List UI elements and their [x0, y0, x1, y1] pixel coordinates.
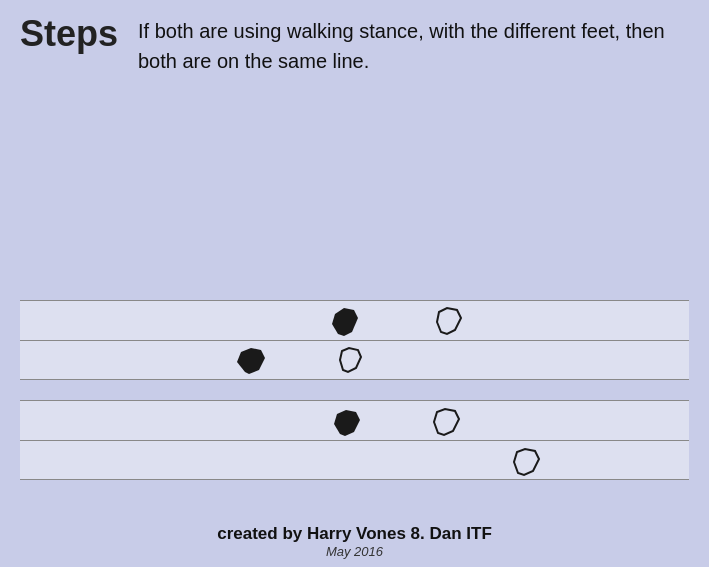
- svg-marker-0: [332, 308, 358, 336]
- footprint-filled-1: [330, 306, 375, 338]
- svg-marker-1: [437, 308, 461, 334]
- svg-marker-4: [334, 410, 360, 436]
- svg-marker-3: [340, 348, 361, 372]
- track-line: [20, 400, 689, 401]
- footprint-outline-2: [338, 346, 376, 374]
- track-line: [20, 340, 689, 341]
- steps-label: Steps: [20, 12, 120, 55]
- track-line: [20, 379, 689, 380]
- diagram-area: [20, 300, 689, 512]
- track-group-2: [20, 400, 689, 480]
- footprint-outline-1: [435, 306, 475, 336]
- main-credit-text: created by Harry Vones 8. Dan ITF: [0, 524, 709, 544]
- description-text: If both are using walking stance, with t…: [138, 12, 689, 76]
- track-line: [20, 300, 689, 301]
- svg-marker-6: [514, 449, 539, 475]
- footprint-outline-4: [512, 447, 554, 477]
- footprint-filled-2: [235, 346, 280, 376]
- sub-credit-text: May 2016: [0, 544, 709, 559]
- svg-marker-5: [434, 409, 459, 435]
- header: Steps If both are using walking stance, …: [0, 0, 709, 86]
- footprint-outline-3: [432, 407, 474, 437]
- track-line: [20, 440, 689, 441]
- track-group-1: [20, 300, 689, 380]
- footer-credits: created by Harry Vones 8. Dan ITF May 20…: [0, 524, 709, 559]
- svg-marker-2: [237, 348, 265, 374]
- track-line: [20, 479, 689, 480]
- footprint-filled-3: [332, 408, 376, 438]
